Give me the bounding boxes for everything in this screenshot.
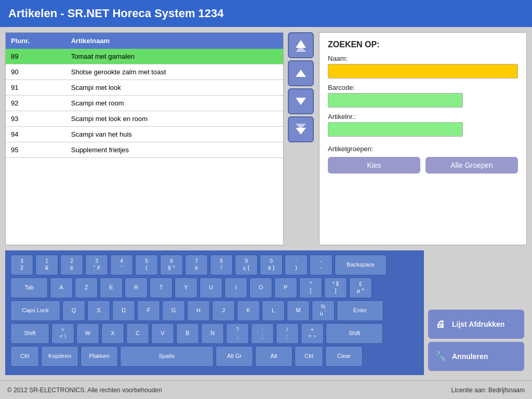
key-kopieren[interactable]: Kopiëren [41, 346, 78, 367]
nav-down-bottom-btn[interactable] [288, 116, 314, 142]
key-l[interactable]: L [262, 300, 285, 321]
search-title: ZOEKEN OP: [328, 40, 518, 49]
table-row[interactable]: 95Supplement frietjes [6, 142, 283, 158]
key-1amp[interactable]: 1& [35, 255, 58, 275]
key-2e[interactable]: 2é [60, 255, 83, 275]
key-plakken[interactable]: Plakken [81, 346, 118, 367]
key-32[interactable]: 32 [10, 255, 33, 275]
barcode-input[interactable] [328, 93, 463, 108]
key-percent[interactable]: %ù ` [312, 300, 335, 321]
nav-up-top-btn[interactable] [288, 32, 314, 58]
title-bar: Artikelen - SR.NET Horeca System 1234 [0, 0, 532, 27]
key-a[interactable]: A [50, 277, 73, 298]
artikelnr-input[interactable] [328, 122, 463, 137]
key-caret[interactable]: ^[ [299, 277, 322, 298]
key-altgr[interactable]: Alt Gr [216, 346, 253, 367]
col-plunr: Plunr. [6, 33, 66, 49]
key-question[interactable]: ?, [226, 323, 249, 344]
key-8excl[interactable]: 8! [210, 255, 233, 275]
key-g[interactable]: G [162, 300, 185, 321]
table-row[interactable]: 92Scampi met room [6, 96, 283, 111]
keyboard-row-3: Caps Lock Q S D F G H J K L M %ù ` Enter [10, 300, 419, 321]
key-0a[interactable]: 0à } [260, 255, 283, 275]
key-t[interactable]: T [150, 277, 172, 298]
key-clear[interactable]: Clear [325, 346, 363, 367]
key-apos-paren[interactable]: ') [285, 255, 308, 275]
table-row[interactable]: 89Tomaat met garnalen [6, 49, 283, 64]
key-y[interactable]: Y [175, 277, 197, 298]
key-b[interactable]: B [176, 323, 199, 344]
virtual-keyboard: 32 1& 2é 3" # 4' 5( 6§ ^ 7è 8! 9ç { 0à }… [5, 250, 424, 375]
key-capslock[interactable]: Caps Lock [10, 300, 60, 321]
key-h[interactable]: H [187, 300, 210, 321]
key-x[interactable]: X [101, 323, 124, 344]
key-7e[interactable]: 7è [185, 255, 208, 275]
key-enter[interactable]: Enter [337, 300, 383, 321]
key-f[interactable]: F [137, 300, 160, 321]
key-colon[interactable]: :; [251, 323, 274, 344]
key-minus[interactable]: -- [310, 255, 332, 275]
key-shift-right[interactable]: Shift [326, 323, 383, 344]
key-plus[interactable]: += ~ [301, 323, 324, 344]
key-ctrl-right[interactable]: Ctrl [295, 346, 323, 367]
kies-button[interactable]: Kies [328, 157, 420, 174]
key-5paren[interactable]: 5( [135, 255, 158, 275]
alle-groepen-button[interactable]: Alle Groepen [425, 157, 518, 174]
key-i[interactable]: I [224, 277, 247, 298]
keyboard-row-1: 32 1& 2é 3" # 4' 5( 6§ ^ 7è 8! 9ç { 0à }… [10, 255, 419, 275]
svg-marker-2 [296, 70, 306, 77]
cell-naam: Supplement frietjes [66, 142, 283, 158]
key-m[interactable]: M [287, 300, 310, 321]
key-spatie[interactable]: Spatie [120, 346, 214, 367]
key-u[interactable]: U [200, 277, 222, 298]
naam-input[interactable] [328, 64, 518, 78]
key-k[interactable]: K [237, 300, 260, 321]
key-z[interactable]: Z [75, 277, 98, 298]
key-e[interactable]: E [100, 277, 123, 298]
key-r[interactable]: R [125, 277, 148, 298]
key-d[interactable]: D [112, 300, 135, 321]
table-row[interactable]: 93Scampi met look en room [6, 111, 283, 127]
cell-plunr: 89 [6, 49, 66, 64]
key-s[interactable]: S [87, 300, 110, 321]
nav-up-btn[interactable] [288, 60, 314, 86]
cell-naam: Scampi van het huis [66, 127, 283, 142]
cancel-button[interactable]: 🔧 Annuleren [428, 342, 524, 371]
col-artikelnaam: Artikelnaam [66, 33, 283, 49]
key-backspace[interactable]: Backspace [335, 255, 387, 275]
key-shift-left[interactable]: Shift [10, 323, 49, 344]
key-alt[interactable]: Alt [255, 346, 292, 367]
barcode-label: Barcode: [328, 84, 518, 91]
key-4apos[interactable]: 4' [110, 255, 133, 275]
key-ctrl-left[interactable]: Ctrl [10, 346, 39, 367]
keyboard-row-2: Tab A Z E R T Y U I O P ^[ * $] £µ ^ [10, 277, 419, 298]
keyboard-row-5: Ctrl Kopiëren Plakken Spatie Alt Gr Alt … [10, 346, 419, 367]
key-star[interactable]: * $] [324, 277, 347, 298]
cell-plunr: 93 [6, 111, 66, 127]
key-9c[interactable]: 9ç { [235, 255, 258, 275]
key-slash[interactable]: /: [276, 323, 299, 344]
articles-table: Plunr. Artikelnaam 89Tomaat met garnalen… [6, 33, 283, 158]
key-pound[interactable]: £µ ^ [349, 277, 372, 298]
key-tab[interactable]: Tab [10, 277, 48, 298]
key-j[interactable]: J [212, 300, 235, 321]
cell-naam: Tomaat met garnalen [66, 49, 283, 64]
key-c[interactable]: C [126, 323, 149, 344]
table-row[interactable]: 94Scampi van het huis [6, 127, 283, 142]
printer-icon: 🖨 [433, 317, 448, 331]
nav-down-btn[interactable] [288, 88, 314, 114]
print-list-button[interactable]: 🖨 Lijst Afdrukken [428, 310, 524, 339]
key-3hash[interactable]: 3" # [85, 255, 108, 275]
key-ltgt[interactable]: >< \ [51, 323, 74, 344]
cell-naam: Shotse gerookte zalm met toast [66, 64, 283, 80]
table-row[interactable]: 91Scampi met look [6, 80, 283, 96]
key-q[interactable]: Q [62, 300, 85, 321]
key-w[interactable]: W [76, 323, 99, 344]
key-n[interactable]: N [201, 323, 224, 344]
key-6sec[interactable]: 6§ ^ [160, 255, 183, 275]
footer: © 2012 SR-ELECTRONICS. Alle rechten voor… [0, 380, 532, 399]
key-p[interactable]: P [274, 277, 297, 298]
table-row[interactable]: 90Shotse gerookte zalm met toast [6, 64, 283, 80]
key-o[interactable]: O [249, 277, 272, 298]
key-v[interactable]: V [151, 323, 174, 344]
